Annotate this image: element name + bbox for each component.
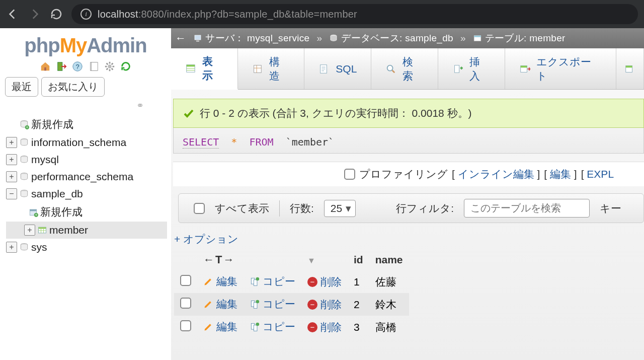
delete-icon: − [307, 322, 317, 332]
tree-label: sample_db [31, 188, 83, 200]
tree-label: sys [31, 241, 47, 253]
sort-icon[interactable]: ▼ [307, 256, 315, 265]
tree-information-schema[interactable]: + information_schema [6, 134, 167, 151]
explain-link[interactable]: EXPL [587, 168, 614, 180]
copy-action[interactable]: コピー [250, 274, 295, 289]
tab-sql[interactable]: SQL [304, 48, 371, 89]
tab-export[interactable]: エクスポート [505, 48, 616, 89]
svg-rect-43 [254, 325, 257, 331]
svg-rect-5 [91, 62, 98, 71]
breadcrumb-bar: ← サーバ： mysql_service » データベース: sample_db… [171, 28, 644, 48]
tree-mysql[interactable]: + mysql [6, 151, 167, 168]
check-icon [183, 107, 195, 119]
svg-rect-0 [44, 67, 46, 70]
cell-id: 1 [348, 270, 369, 293]
svg-rect-33 [520, 65, 527, 67]
breadcrumb-back-icon[interactable]: ← [175, 32, 190, 45]
delete-action[interactable]: −削除 [307, 298, 342, 312]
col-name-header[interactable]: name [369, 249, 409, 270]
edit-action[interactable]: 編集 [203, 274, 237, 289]
reload-button[interactable] [50, 8, 62, 20]
col-id-header[interactable]: id [348, 249, 369, 270]
table-icon [473, 34, 482, 43]
tab-browse[interactable]: 表示 [171, 48, 238, 90]
tab-favorites[interactable]: お気に入り [41, 77, 105, 97]
svg-point-38 [256, 277, 260, 281]
reload-tree-icon[interactable] [120, 61, 131, 72]
tab-insert[interactable]: 挿入 [438, 48, 505, 89]
show-all-checkbox[interactable] [194, 203, 205, 214]
tab-search[interactable]: 検索 [371, 48, 438, 89]
tree-new[interactable]: + 新規作成 [6, 115, 167, 134]
delete-action[interactable]: −削除 [307, 275, 342, 289]
row-checkbox[interactable] [180, 275, 191, 286]
sidebar: phpMyAdmin ? 最近 お気に入り ⚭ + 新規作成 + informa [0, 28, 171, 360]
profiling-checkbox[interactable] [344, 169, 355, 180]
key-label: キー [600, 201, 621, 215]
svg-point-6 [108, 64, 111, 68]
options-link[interactable]: + オプション [171, 223, 644, 249]
sql-query-display: SELECT * FROM `member` [173, 128, 644, 154]
site-info-icon[interactable]: i [80, 9, 92, 20]
rows-select[interactable]: 25 [324, 200, 356, 217]
tab-structure[interactable]: 構造 [238, 48, 305, 89]
filter-input[interactable] [464, 199, 590, 218]
back-button[interactable] [6, 8, 19, 21]
tree-performance-schema[interactable]: + performance_schema [6, 168, 167, 185]
pma-toolbar: ? [0, 59, 171, 77]
svg-rect-37 [254, 280, 257, 286]
svg-rect-27 [187, 65, 195, 67]
table-row: 編集コピー−削除2鈴木 [174, 293, 409, 316]
edit-link[interactable]: 編集 [550, 168, 571, 180]
svg-text:+: + [35, 212, 37, 217]
cell-id: 2 [348, 293, 369, 316]
svg-rect-40 [254, 303, 257, 309]
svg-text:?: ? [75, 63, 79, 70]
expand-icon[interactable]: + [6, 242, 17, 253]
tab-more[interactable] [616, 48, 644, 89]
tree-sample-db[interactable]: − sample_db [6, 185, 167, 202]
tree-label: 新規作成 [40, 205, 83, 219]
collapse-all-icon[interactable]: ⚭ [0, 97, 171, 113]
expand-icon[interactable]: + [6, 154, 17, 165]
database-icon [329, 34, 338, 43]
cell-name: 佐藤 [369, 270, 409, 293]
server-icon [193, 34, 202, 43]
expand-icon[interactable]: + [6, 171, 17, 182]
home-icon[interactable] [40, 61, 51, 72]
breadcrumb-table[interactable]: テーブル: member [485, 32, 566, 45]
edit-action[interactable]: 編集 [203, 320, 237, 334]
forward-button[interactable] [28, 8, 41, 21]
svg-rect-31 [455, 65, 459, 73]
help-icon[interactable]: ? [72, 61, 83, 72]
settings-icon[interactable] [104, 61, 115, 72]
tree-table-member[interactable]: + member [6, 222, 167, 239]
tree-sys[interactable]: + sys [6, 239, 167, 256]
url-text: localhost:8080/index.php?db=sample_db&ta… [98, 9, 357, 20]
tab-recent[interactable]: 最近 [5, 77, 38, 97]
copy-action[interactable]: コピー [250, 320, 295, 334]
copy-action[interactable]: コピー [250, 297, 295, 311]
url-bar[interactable]: i localhost:8080/index.php?db=sample_db&… [71, 4, 638, 24]
row-checkbox[interactable] [180, 298, 191, 309]
tree-sample-db-new[interactable]: + 新規作成 [6, 202, 167, 222]
data-table: ←T→ ▼ id name 編集コピー−削除1佐藤編集コピー−削除2鈴木編集コピ… [174, 249, 409, 338]
delete-action[interactable]: −削除 [307, 320, 342, 334]
db-tree: + 新規作成 + information_schema + mysql + pe… [0, 113, 171, 256]
collapse-icon[interactable]: − [6, 188, 17, 199]
col-actions-header[interactable]: ←T→ [197, 249, 244, 270]
edit-action[interactable]: 編集 [203, 297, 237, 311]
expand-icon[interactable]: + [24, 225, 35, 236]
docs-icon[interactable] [88, 61, 99, 72]
breadcrumb-database[interactable]: データベース: sample_db [341, 32, 453, 45]
cell-id: 3 [348, 316, 369, 338]
exit-icon[interactable] [56, 61, 67, 72]
rows-label: 行数: [290, 201, 314, 215]
svg-rect-28 [254, 65, 261, 73]
cell-name: 高橋 [369, 316, 409, 338]
row-checkbox[interactable] [180, 320, 191, 331]
expand-icon[interactable]: + [6, 137, 17, 148]
browser-chrome: i localhost:8080/index.php?db=sample_db&… [0, 0, 644, 28]
breadcrumb-server[interactable]: サーバ： mysql_service [205, 32, 309, 45]
inline-edit-link[interactable]: インライン編集 [458, 168, 534, 180]
